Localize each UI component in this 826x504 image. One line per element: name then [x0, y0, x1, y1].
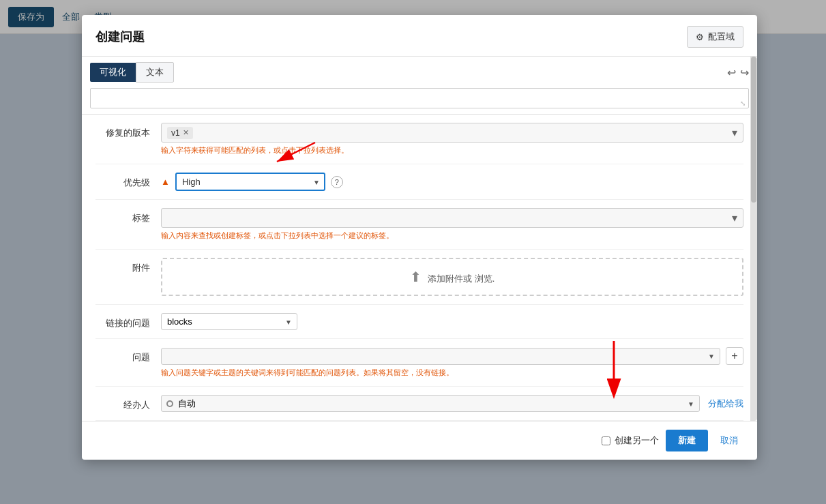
attachment-dropzone[interactable]: ⬆ 添加附件或 浏览. — [161, 258, 743, 296]
text-button[interactable]: 文本 — [136, 62, 174, 83]
assign-to-me-link[interactable]: 分配给我 — [708, 398, 743, 410]
viz-button[interactable]: 可视化 — [90, 63, 136, 82]
config-domain-label: 配置域 — [708, 31, 735, 43]
attachment-control: ⬆ 添加附件或 浏览. — [161, 258, 743, 296]
tags-row: 标签 ▾ 输入内容来查找或创建标签，或点击下拉列表中选择一个建议的标签。 — [95, 200, 743, 250]
dialog-title: 创建问题 — [95, 29, 145, 45]
redo-icon[interactable]: ↪ — [740, 66, 749, 79]
assignee-wrap: 自动 分配给我 — [161, 395, 743, 412]
create-another-label: 创建另一个 — [615, 434, 659, 447]
tag-dropdown-arrow-icon[interactable]: ▾ — [732, 211, 737, 224]
dialog-header: 创建问题 ⚙ 配置域 — [82, 15, 757, 57]
fix-version-label: 修复的版本 — [95, 123, 150, 139]
assignee-label: 经办人 — [95, 395, 150, 411]
assignee-row: 经办人 自动 分配给我 — [95, 387, 743, 421]
fix-version-row: 修复的版本 v1 ✕ ▾ 输入字符来获得可能匹配的列表，或点击下拉列表选择。 — [95, 115, 743, 164]
version-tag-input[interactable]: v1 ✕ ▾ — [161, 123, 743, 143]
fix-version-control: v1 ✕ ▾ 输入字符来获得可能匹配的列表，或点击下拉列表选择。 — [161, 123, 743, 155]
assignee-control: 自动 分配给我 — [161, 395, 743, 412]
dialog-body: 可视化 文本 ↩ ↪ ⤡ 修复的版本 v1 ✕ — [82, 57, 757, 421]
issue-hint: 输入问题关键字或主题的关键词来得到可能匹配的问题列表。如果将其留空，没有链接。 — [161, 368, 743, 378]
priority-help-icon[interactable]: ? — [331, 176, 343, 188]
undo-redo-group: ↩ ↪ — [727, 66, 749, 79]
priority-select[interactable]: High Highest High Medium Low Lowest — [175, 173, 325, 191]
priority-control: ▲ High Highest High Medium Low Lowest — [161, 173, 743, 191]
create-another-checkbox-wrap[interactable]: 创建另一个 — [602, 434, 659, 447]
form-section: 修复的版本 v1 ✕ ▾ 输入字符来获得可能匹配的列表，或点击下拉列表选择。 优… — [82, 115, 757, 421]
attachment-row: 附件 ⬆ 添加附件或 浏览. — [95, 250, 743, 305]
issue-input-wrap — [161, 348, 720, 365]
tag-input[interactable]: ▾ — [161, 208, 743, 228]
linked-issue-select[interactable]: blocks is blocked by relates to duplicat… — [161, 313, 297, 330]
issue-row: 问题 + 输入问题关键字或主题的关键词来得到可能匹配的问题列表。如果将其留空，没… — [95, 339, 743, 387]
priority-label: 优先级 — [95, 173, 150, 189]
issue-label: 问题 — [95, 347, 150, 364]
upload-icon: ⬆ — [410, 269, 422, 284]
priority-select-container: High Highest High Medium Low Lowest — [175, 173, 325, 191]
dialog-footer: 创建另一个 新建 取消 — [82, 421, 757, 460]
dialog-scrollbar-thumb — [751, 57, 756, 203]
version-tag-close-icon[interactable]: ✕ — [183, 128, 189, 137]
assignee-select-wrap: 自动 — [161, 395, 700, 412]
assignee-select[interactable]: 自动 — [161, 395, 700, 412]
editor-area: 可视化 文本 ↩ ↪ ⤡ — [82, 57, 757, 115]
tags-control: ▾ 输入内容来查找或创建标签，或点击下拉列表中选择一个建议的标签。 — [161, 208, 743, 241]
dialog-scrollbar[interactable] — [750, 57, 757, 421]
tags-label: 标签 — [95, 208, 150, 224]
version-tag-value: v1 — [171, 128, 180, 138]
create-issue-dialog: 创建问题 ⚙ 配置域 可视化 文本 ↩ ↪ ⤡ 修复的版 — [82, 15, 757, 460]
issue-input[interactable] — [161, 348, 720, 365]
config-domain-button[interactable]: ⚙ 配置域 — [687, 26, 743, 48]
attachment-action-text: 添加附件或 浏览. — [428, 273, 495, 284]
linked-issue-select-wrap: blocks is blocked by relates to duplicat… — [161, 313, 297, 330]
priority-up-icon: ▲ — [161, 177, 170, 187]
fix-version-hint: 输入字符来获得可能匹配的列表，或点击下拉列表选择。 — [161, 145, 743, 155]
attachment-label: 附件 — [95, 258, 150, 274]
issue-field-wrap: + — [161, 347, 743, 365]
issue-add-button[interactable]: + — [726, 347, 743, 365]
version-dropdown-arrow-icon[interactable]: ▾ — [732, 126, 737, 139]
tags-hint: 输入内容来查找或创建标签，或点击下拉列表中选择一个建议的标签。 — [161, 231, 743, 241]
create-another-checkbox[interactable] — [602, 436, 610, 445]
linked-issue-control: blocks is blocked by relates to duplicat… — [161, 313, 743, 330]
cancel-button[interactable]: 取消 — [715, 430, 743, 451]
issue-control: + 输入问题关键字或主题的关键词来得到可能匹配的问题列表。如果将其留空，没有链接… — [161, 347, 743, 378]
priority-row: 优先级 ▲ High Highest High Medium Low Lowes… — [95, 164, 743, 200]
resize-handle[interactable]: ⤡ — [740, 100, 747, 106]
undo-icon[interactable]: ↩ — [727, 66, 736, 79]
gear-icon: ⚙ — [696, 32, 704, 42]
editor-content[interactable]: ⤡ — [90, 88, 749, 108]
linked-issue-label: 链接的问题 — [95, 313, 150, 329]
priority-select-wrap: ▲ High Highest High Medium Low Lowest — [161, 173, 743, 191]
editor-toolbar: 可视化 文本 ↩ ↪ — [90, 62, 749, 83]
create-button[interactable]: 新建 — [666, 430, 708, 451]
version-tag-v1: v1 ✕ — [167, 127, 193, 139]
linked-issue-row: 链接的问题 blocks is blocked by relates to du… — [95, 305, 743, 339]
